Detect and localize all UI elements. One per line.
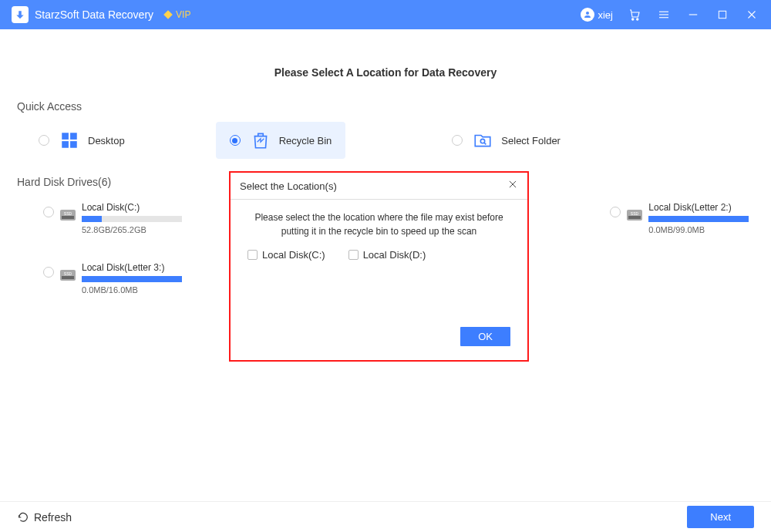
user-profile[interactable]: xiej (581, 8, 613, 22)
svg-rect-11 (70, 133, 77, 140)
svg-rect-20 (628, 216, 641, 219)
modal-message: Please select the the location where the… (246, 210, 512, 238)
close-icon[interactable] (744, 7, 759, 22)
svg-rect-23 (62, 276, 74, 279)
minimize-icon[interactable] (685, 7, 701, 22)
svg-text:SSD: SSD (64, 271, 72, 276)
svg-line-15 (485, 143, 487, 144)
ssd-icon: SSD (59, 207, 77, 222)
checkbox-icon (247, 250, 258, 260)
svg-point-2 (637, 19, 638, 20)
desktop-icon (59, 130, 80, 151)
ssd-icon: SSD (625, 207, 644, 222)
radio-icon (230, 135, 241, 146)
close-icon[interactable] (507, 179, 518, 193)
ok-button[interactable]: OK (460, 327, 510, 346)
recycle-bin-icon (250, 130, 271, 151)
radio-icon (452, 135, 463, 146)
quick-access-select-folder[interactable]: Select Folder (438, 122, 574, 159)
quick-access-label: Quick Access (17, 100, 754, 113)
svg-text:SSD: SSD (64, 211, 72, 216)
footer: Refresh Next (0, 501, 771, 532)
radio-icon (43, 267, 54, 278)
svg-text:SSD: SSD (631, 211, 639, 216)
avatar-icon (581, 8, 594, 22)
app-logo-icon (12, 6, 29, 23)
select-location-modal: Select the Location(s) Please select the… (229, 171, 529, 362)
radio-icon (43, 207, 54, 217)
refresh-icon (17, 511, 29, 524)
svg-rect-13 (70, 141, 77, 148)
folder-search-icon (472, 130, 493, 151)
next-button[interactable]: Next (687, 506, 754, 528)
quick-access-desktop[interactable]: Desktop (25, 122, 139, 159)
svg-rect-12 (62, 141, 69, 148)
page-title: Please Select A Location for Data Recove… (17, 29, 754, 100)
cart-icon[interactable] (627, 7, 642, 22)
ssd-icon: SSD (59, 267, 77, 282)
svg-point-14 (481, 139, 485, 143)
app-title: StarzSoft Data Recovery (35, 8, 153, 21)
drive-usage-bar (82, 216, 182, 222)
drive-usage-bar (648, 216, 749, 222)
modal-title: Select the Location(s) (240, 180, 337, 192)
modal-option-disk-c[interactable]: Local Disk(C:) (247, 249, 325, 261)
vip-badge: VIP (163, 9, 190, 20)
quick-access-row: Desktop Recycle Bin Select Folder (17, 122, 754, 159)
drive-letter-3[interactable]: SSD Local Disk(Letter 3:) 0.0MB/16.0MB (17, 258, 263, 305)
menu-icon[interactable] (656, 7, 672, 22)
radio-icon (39, 135, 49, 146)
svg-rect-10 (62, 133, 69, 140)
titlebar: StarzSoft Data Recovery VIP xiej (0, 0, 771, 29)
quick-access-recycle-bin[interactable]: Recycle Bin (216, 122, 346, 159)
drive-local-c[interactable]: SSD Local Disk(C:) 52.8GB/265.2GB (17, 197, 263, 245)
svg-point-1 (632, 19, 634, 20)
modal-option-disk-d[interactable]: Local Disk(D:) (348, 249, 426, 261)
checkbox-icon (348, 250, 359, 260)
svg-rect-17 (62, 216, 74, 219)
radio-icon (610, 207, 621, 217)
drive-usage-bar (82, 276, 182, 282)
maximize-icon[interactable] (715, 7, 730, 22)
drive-letter-2[interactable]: SSD Local Disk(Letter 2:) 0.0MB/99.0MB (508, 197, 754, 245)
svg-rect-7 (719, 11, 726, 18)
diamond-icon (163, 9, 173, 20)
refresh-button[interactable]: Refresh (17, 511, 72, 524)
svg-point-0 (586, 12, 589, 15)
